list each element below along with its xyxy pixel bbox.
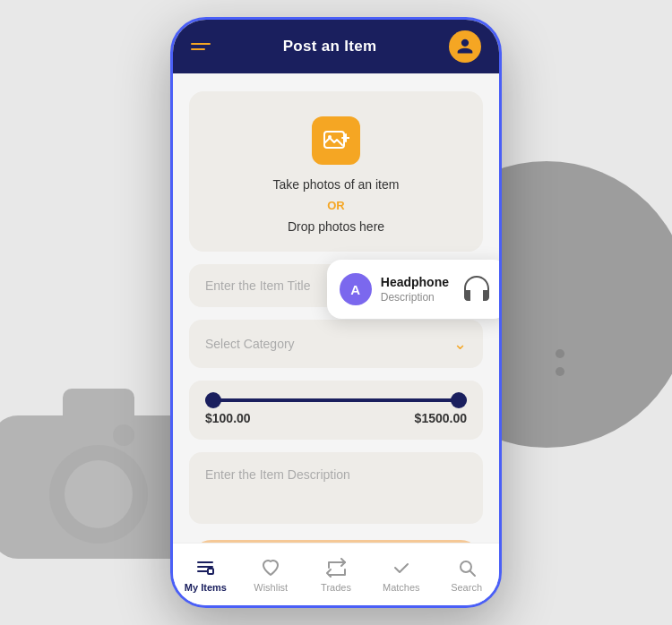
nav-item-trades[interactable]: Trades bbox=[304, 557, 369, 593]
range-thumb-left[interactable] bbox=[205, 392, 221, 408]
suggestion-title: Headphone bbox=[381, 275, 449, 290]
price-max: $1500.00 bbox=[415, 411, 467, 425]
photo-upload-text: Take photos of an item bbox=[273, 177, 400, 192]
price-range-section: $100.00 $1500.00 bbox=[189, 381, 483, 440]
app-header: Post an Item bbox=[173, 20, 499, 73]
category-select[interactable]: Select Category ⌄ bbox=[189, 320, 483, 368]
suggestion-card: A Headphone Description bbox=[327, 260, 499, 319]
range-slider[interactable] bbox=[205, 398, 467, 402]
svg-line-14 bbox=[470, 571, 475, 576]
photo-upload-area[interactable]: Take photos of an item OR Drop photos he… bbox=[189, 91, 483, 252]
nav-item-matches[interactable]: Matches bbox=[368, 557, 434, 593]
photo-upload-drop: Drop photos here bbox=[288, 219, 384, 234]
suggestion-image bbox=[458, 270, 495, 308]
bottom-navigation: My Items Wishlist Trades bbox=[173, 543, 499, 605]
suggestion-text: Headphone Description bbox=[381, 275, 449, 304]
nav-item-my-items[interactable]: My Items bbox=[173, 557, 238, 593]
item-description-field[interactable] bbox=[189, 452, 483, 524]
nav-label-wishlist: Wishlist bbox=[254, 582, 288, 593]
phone-frame: Post an Item Take photos of an item OR D… bbox=[170, 17, 502, 608]
check-icon bbox=[391, 557, 412, 578]
user-icon bbox=[456, 38, 474, 56]
svg-point-4 bbox=[113, 424, 134, 446]
nav-label-my-items: My Items bbox=[185, 582, 227, 593]
user-avatar-button[interactable] bbox=[449, 30, 481, 63]
dots-decoration bbox=[556, 349, 564, 376]
category-placeholder: Select Category bbox=[205, 337, 295, 351]
svg-point-3 bbox=[65, 460, 133, 528]
post-button[interactable]: Post bbox=[189, 540, 483, 543]
nav-item-search[interactable]: Search bbox=[434, 557, 499, 593]
nav-item-wishlist[interactable]: Wishlist bbox=[238, 557, 304, 593]
suggestion-desc: Description bbox=[381, 291, 449, 304]
search-icon bbox=[456, 557, 478, 578]
svg-point-13 bbox=[461, 561, 471, 572]
price-min: $100.00 bbox=[205, 411, 251, 425]
nav-label-matches: Matches bbox=[383, 582, 420, 593]
photo-icon bbox=[312, 116, 360, 165]
hamburger-menu-button[interactable] bbox=[191, 43, 211, 50]
range-thumb-right[interactable] bbox=[451, 392, 467, 408]
range-track bbox=[205, 398, 467, 402]
nav-label-search: Search bbox=[451, 582, 482, 593]
price-labels: $100.00 $1500.00 bbox=[205, 411, 467, 425]
item-description-input[interactable] bbox=[205, 467, 467, 482]
svg-rect-1 bbox=[63, 389, 134, 424]
heart-icon bbox=[260, 557, 281, 578]
dot-1 bbox=[556, 349, 564, 358]
photo-upload-or: OR bbox=[327, 199, 345, 212]
list-icon bbox=[194, 557, 216, 578]
main-content: Take photos of an item OR Drop photos he… bbox=[173, 73, 499, 543]
trade-icon bbox=[325, 557, 347, 578]
chevron-down-icon: ⌄ bbox=[453, 334, 467, 354]
nav-label-trades: Trades bbox=[321, 582, 351, 593]
dot-2 bbox=[556, 367, 564, 376]
page-title: Post an Item bbox=[283, 38, 377, 56]
svg-rect-12 bbox=[208, 569, 213, 574]
suggestion-avatar: A bbox=[340, 273, 372, 305]
image-plus-icon bbox=[323, 127, 349, 154]
